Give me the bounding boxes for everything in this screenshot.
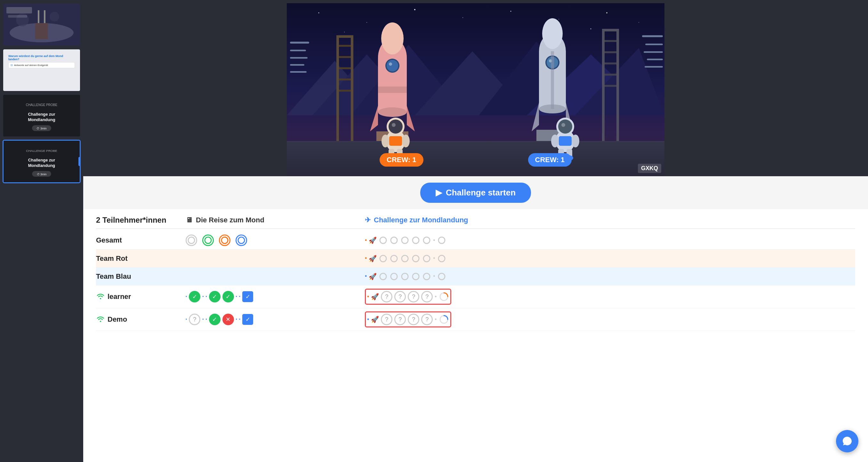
svg-point-114 — [238, 237, 245, 243]
svg-rect-59 — [290, 57, 308, 59]
svg-rect-85 — [551, 51, 554, 109]
svg-point-69 — [378, 107, 407, 117]
learner-rocket: 🚀 — [371, 293, 379, 300]
header-mid-label: Die Reise zum Mond — [196, 216, 265, 224]
gesamt-label: Gesamt — [96, 236, 186, 244]
demo-dot-4: • — [236, 317, 237, 322]
rot-ring-4 — [411, 254, 420, 263]
dot-orange-1: • — [365, 237, 367, 244]
demo-dot-gray: • — [435, 316, 437, 323]
svg-point-30 — [344, 32, 345, 32]
rot-ring-partial — [437, 254, 446, 263]
svg-point-119 — [424, 237, 430, 243]
stage-scene: CREW: 1 CREW: 1 GXKQ — [287, 3, 664, 176]
svg-point-105 — [571, 135, 579, 147]
learner-dot-5: • — [239, 294, 240, 299]
svg-rect-48 — [351, 35, 353, 141]
header-mid: 🖥 Die Reise zum Mond — [186, 216, 346, 224]
svg-point-25 — [463, 17, 463, 18]
svg-point-115 — [380, 237, 386, 243]
svg-point-72 — [386, 60, 398, 71]
content-area: CREW: 1 CREW: 1 GXKQ ▶ Challenge starten… — [83, 0, 868, 462]
chat-bubble-button[interactable] — [836, 430, 859, 452]
sidebar: Warum würdest du gerne auf dem Mond land… — [0, 0, 83, 462]
start-challenge-button[interactable]: ▶ Challenge starten — [420, 183, 531, 203]
header-right: ✈ Challenge zur Mondlandung — [365, 216, 855, 224]
gesamt-text: Gesamt — [96, 236, 122, 244]
challenge-rocket-icon: ✈ — [365, 216, 371, 224]
svg-point-121 — [380, 255, 386, 262]
learner-q-1: ? — [381, 291, 393, 302]
demo-check-1: ✓ — [209, 314, 220, 325]
svg-point-91 — [389, 119, 403, 134]
svg-rect-5 — [38, 10, 39, 23]
svg-rect-106 — [559, 136, 571, 146]
learner-wifi-icon — [96, 292, 105, 301]
svg-point-116 — [391, 237, 397, 243]
crew-badge-left: CREW: 1 — [380, 153, 424, 167]
learner-right-icons: • 🚀 ? ? ? ? • — [367, 291, 449, 302]
svg-point-27 — [558, 19, 559, 20]
rocket-rot: 🚀 — [369, 255, 377, 262]
demo-dot-1: • — [186, 317, 187, 322]
demo-rocket: 🚀 — [371, 316, 379, 323]
challenge-ring-1 — [379, 236, 388, 245]
gesamt-right-icons: • 🚀 • — [365, 236, 855, 245]
blau-ring-partial — [437, 272, 446, 281]
stats-header: 2 Teilnehmer*innen 🖥 Die Reise zum Mond … — [96, 215, 855, 229]
svg-point-24 — [414, 9, 415, 10]
svg-point-120 — [438, 237, 445, 243]
learner-check-2: ✓ — [209, 291, 220, 302]
rot-ring-1 — [379, 254, 388, 263]
slide-2-title: Warum würdest du gerne auf dem Mond land… — [8, 55, 75, 61]
learner-partial-ring — [439, 292, 449, 302]
svg-point-126 — [438, 255, 445, 262]
svg-rect-41 — [336, 35, 339, 141]
room-code: GXKQ — [638, 164, 661, 173]
progress-ring-3 — [236, 234, 247, 246]
svg-point-23 — [367, 22, 367, 23]
svg-point-118 — [412, 237, 419, 243]
svg-point-128 — [391, 273, 397, 280]
svg-rect-8 — [8, 15, 27, 18]
svg-rect-63 — [645, 44, 663, 45]
progress-ring-1 — [202, 234, 214, 246]
team-blau-text: Team Blau — [96, 272, 131, 281]
blau-ring-2 — [390, 272, 399, 281]
slide-thumb-3[interactable]: CHALLENGE PROBE Challenge zur Mondlandun… — [3, 94, 81, 137]
demo-q-2: ? — [394, 314, 406, 325]
learner-text: learner — [107, 292, 131, 301]
svg-point-129 — [402, 273, 408, 280]
row-team-rot: Team Rot • 🚀 • — [96, 250, 855, 267]
learner-dot-2: • — [202, 294, 204, 299]
dot-gray-1: • — [433, 237, 435, 244]
crew-badge-right: CREW: 1 — [528, 153, 572, 167]
monitor-icon: 🖥 — [186, 216, 193, 224]
svg-rect-64 — [644, 51, 663, 53]
row-team-blau: Team Blau • 🚀 • — [96, 267, 855, 286]
svg-text:Mondlandung: Mondlandung — [28, 117, 55, 122]
svg-rect-58 — [290, 50, 306, 51]
blau-ring-3 — [400, 272, 409, 281]
svg-rect-61 — [290, 71, 307, 73]
team-rot-text: Team Rot — [96, 254, 128, 263]
stats-area: 2 Teilnehmer*innen 🖥 Die Reise zum Mond … — [83, 209, 868, 462]
svg-point-73 — [389, 62, 392, 66]
team-blau-label: Team Blau — [96, 272, 186, 281]
demo-dot-5: • — [239, 317, 240, 322]
learner-q-2: ? — [394, 291, 406, 302]
svg-point-31 — [590, 29, 591, 29]
slide-thumb-1[interactable] — [3, 3, 81, 46]
blau-ring-4 — [411, 272, 420, 281]
rot-ring-2 — [390, 254, 399, 263]
svg-point-102 — [558, 119, 572, 134]
row-gesamt: Gesamt — [96, 231, 855, 250]
svg-rect-56 — [616, 29, 619, 141]
progress-ring-0 — [186, 234, 197, 246]
learner-dot-gray: • — [435, 293, 437, 300]
svg-text:Mondlandung: Mondlandung — [28, 163, 55, 168]
svg-point-125 — [424, 255, 430, 262]
slide-thumb-2[interactable]: Warum würdest du gerne auf dem Mond land… — [3, 49, 81, 92]
svg-point-29 — [639, 22, 639, 23]
slide-thumb-4[interactable]: CHALLENGE PROBE Challenge zur Mondlandun… — [3, 140, 81, 183]
